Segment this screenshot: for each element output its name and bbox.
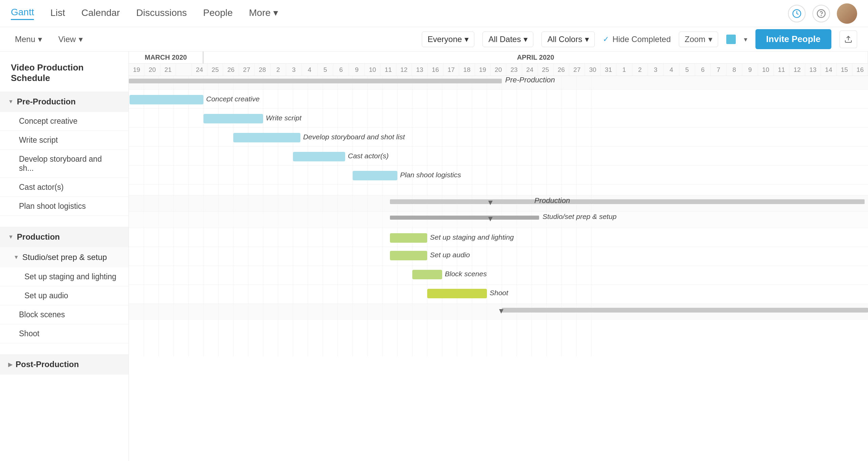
svg-rect-76 (427, 289, 487, 298)
svg-text:Write script: Write script (266, 114, 302, 122)
day-24b: 24 (522, 64, 538, 76)
day-18: 18 (459, 64, 475, 76)
group-pre-production[interactable]: ▼ Pre-Production (0, 92, 129, 112)
svg-text:Set up staging and lighting: Set up staging and lighting (430, 233, 514, 241)
view-button[interactable]: View ▾ (54, 32, 87, 47)
export-button[interactable] (840, 31, 857, 48)
gantt-chart-area[interactable]: MARCH 2020 APRIL 2020 19 20 21 24 25 26 … (129, 52, 868, 461)
apr-2: 2 (632, 64, 648, 76)
task-cast-actors[interactable]: Cast actor(s) (0, 178, 129, 197)
nav-people[interactable]: People (203, 7, 233, 20)
task-concept-creative[interactable]: Concept creative (0, 112, 129, 131)
task-staging-lighting[interactable]: Set up staging and lighting (0, 267, 129, 286)
apr-15: 15 (837, 64, 852, 76)
task-write-script[interactable]: Write script (0, 131, 129, 150)
zoom-chevron-icon: ▾ (708, 35, 712, 44)
svg-text:Concept creative: Concept creative (206, 95, 260, 103)
left-panel: Video Production Schedule ▼ Pre-Producti… (0, 52, 129, 461)
nav-more[interactable]: More ▾ (249, 7, 278, 20)
svg-text:Cast actor(s): Cast actor(s) (348, 152, 389, 160)
svg-text:Develop storyboard and shot li: Develop storyboard and shot list (303, 133, 405, 141)
hide-completed-toggle[interactable]: ✓ Hide Completed (603, 35, 671, 44)
expand-studio-icon: ▼ (14, 254, 19, 260)
march-label: MARCH 2020 (129, 52, 203, 63)
top-navigation: Gantt List Calendar Discussions People M… (0, 0, 868, 27)
apr-8: 8 (727, 64, 742, 76)
svg-rect-50 (129, 195, 868, 212)
color-picker-square[interactable] (726, 35, 736, 44)
day-19b: 19 (475, 64, 491, 76)
menu-chevron-icon: ▾ (38, 35, 42, 44)
svg-text:Plan shoot logistics: Plan shoot logistics (400, 171, 461, 179)
all-colors-filter[interactable]: All Colors ▾ (541, 32, 595, 47)
zoom-button[interactable]: Zoom ▾ (679, 32, 718, 47)
clock-icon-btn[interactable] (788, 5, 806, 22)
day-2: 2 (271, 64, 286, 76)
zoom-label: Zoom (685, 35, 705, 44)
day-6: 6 (333, 64, 349, 76)
color-picker-chevron[interactable]: ▾ (744, 35, 747, 43)
day-24: 24 (192, 64, 208, 76)
svg-point-2 (821, 15, 821, 16)
april-label: APRIL 2020 (203, 52, 868, 63)
group-studio-setup[interactable]: ▼ Studio/set prep & setup (0, 247, 129, 267)
main-content: Video Production Schedule ▼ Pre-Producti… (0, 52, 868, 461)
task-plan-shoot[interactable]: Plan shoot logistics (0, 197, 129, 216)
day-25b: 25 (538, 64, 553, 76)
task-develop-storyboard[interactable]: Develop storyboard and sh... (0, 150, 129, 178)
day-12: 12 (396, 64, 412, 76)
dates-chevron-icon: ▾ (524, 35, 528, 44)
day-25: 25 (208, 64, 223, 76)
svg-rect-56 (130, 95, 203, 104)
day-26b: 26 (554, 64, 569, 76)
group-post-production[interactable]: ▶ Post-Production (0, 354, 129, 375)
svg-text:Shoot: Shoot (490, 289, 509, 297)
apr-9: 9 (742, 64, 758, 76)
everyone-filter[interactable]: Everyone ▾ (422, 32, 474, 47)
apr-6: 6 (695, 64, 711, 76)
svg-text:Set up audio: Set up audio (430, 251, 470, 259)
month-row: MARCH 2020 APRIL 2020 (129, 52, 868, 64)
apr-3: 3 (648, 64, 664, 76)
all-colors-label: All Colors (547, 35, 582, 44)
svg-rect-52 (129, 304, 868, 320)
day-31: 31 (601, 64, 616, 76)
all-dates-filter[interactable]: All Dates ▾ (482, 32, 533, 47)
task-block-scenes[interactable]: Block scenes (0, 305, 129, 324)
day-row: 19 20 21 24 25 26 27 28 2 3 4 5 6 9 10 (129, 64, 868, 76)
expand-production-icon: ▼ (8, 234, 14, 240)
task-shoot[interactable]: Shoot (0, 324, 129, 343)
help-icon-btn[interactable] (812, 5, 830, 22)
svg-text:Studio/set prep & setup: Studio/set prep & setup (542, 213, 616, 220)
svg-marker-79 (488, 201, 493, 205)
task-audio[interactable]: Set up audio (0, 286, 129, 305)
day-13: 13 (412, 64, 428, 76)
chevron-down-icon: ▾ (273, 7, 278, 18)
day-28: 28 (255, 64, 270, 76)
day-20: 20 (144, 64, 160, 76)
pre-production-label: Pre-Production (17, 97, 76, 106)
day-4: 4 (302, 64, 317, 76)
svg-rect-72 (390, 251, 427, 260)
view-label: View (58, 35, 76, 44)
expand-pre-production-icon: ▼ (8, 99, 14, 105)
day-30: 30 (585, 64, 600, 76)
day-21: 21 (160, 64, 176, 76)
nav-list[interactable]: List (50, 7, 65, 20)
nav-calendar[interactable]: Calendar (81, 7, 120, 20)
svg-rect-64 (353, 171, 397, 180)
svg-rect-62 (293, 152, 345, 161)
user-avatar[interactable] (837, 3, 857, 24)
nav-gantt[interactable]: Gantt (11, 7, 34, 20)
menu-button[interactable]: Menu ▾ (11, 32, 46, 47)
invite-people-button[interactable]: Invite People (755, 29, 831, 49)
day-17: 17 (443, 64, 459, 76)
colors-chevron-icon: ▾ (585, 35, 589, 44)
checkmark-icon: ✓ (603, 35, 609, 44)
day-3: 3 (286, 64, 302, 76)
svg-text:Pre-Production: Pre-Production (505, 76, 555, 84)
group-production[interactable]: ▼ Production (0, 227, 129, 247)
nav-discussions[interactable]: Discussions (136, 7, 187, 20)
apr-13: 13 (805, 64, 821, 76)
toolbar: Menu ▾ View ▾ Everyone ▾ All Dates ▾ All… (0, 27, 868, 52)
